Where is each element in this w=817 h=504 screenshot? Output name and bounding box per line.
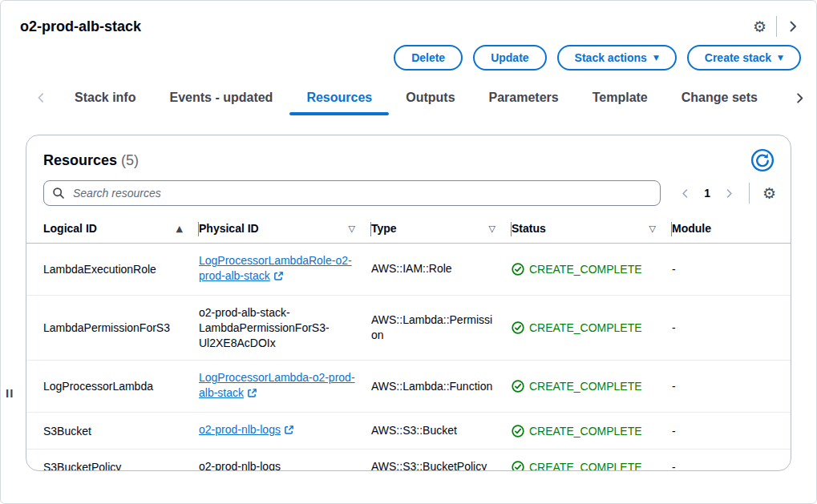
caret-down-icon: ▼ xyxy=(778,54,783,62)
table-row: LambdaPermissionForS3 o2-prod-alb-stack-… xyxy=(26,295,791,361)
tab-events[interactable]: Events - updated xyxy=(152,80,289,115)
stack-actions-dropdown-button[interactable]: Stack actions ▼ xyxy=(557,45,677,71)
column-label: Logical ID xyxy=(43,222,97,235)
tabs-scroll-right-chevron-icon[interactable] xyxy=(783,80,817,115)
table-row: S3Bucket o2-prod-nlb-logs AWS::S3::Bucke… xyxy=(26,413,791,450)
physical-id-cell: o2-prod-alb-stack-LambdaPermissionForS3-… xyxy=(199,295,371,361)
page-header: o2-prod-alb-stack ⚙ xyxy=(0,0,817,37)
status-text: CREATE_COMPLETE xyxy=(529,425,642,437)
divider xyxy=(776,16,777,37)
success-check-icon xyxy=(512,321,524,334)
physical-id-cell: LogProcessorLambda-o2-prod-alb-stack xyxy=(199,361,371,413)
tab-label: Change sets xyxy=(682,91,758,105)
status-cell: CREATE_COMPLETE xyxy=(512,413,672,450)
pagination: 1 xyxy=(680,187,734,200)
previous-page-chevron-icon[interactable] xyxy=(680,188,690,199)
tab-outputs[interactable]: Outputs xyxy=(389,80,471,115)
type-cell: AWS::Lambda::Function xyxy=(371,361,512,413)
tab-resources[interactable]: Resources xyxy=(289,80,389,115)
tab-parameters[interactable]: Parameters xyxy=(472,80,576,115)
search-input[interactable] xyxy=(43,180,661,206)
tab-label: Parameters xyxy=(489,91,559,105)
next-page-chevron-icon[interactable] xyxy=(724,188,734,199)
physical-id-cell: o2-prod-nlb-logs xyxy=(199,413,371,450)
stack-tabs: Stack info Events - updated Resources Ou… xyxy=(0,80,817,115)
create-stack-dropdown-button[interactable]: Create stack ▼ xyxy=(687,45,801,71)
logical-id-cell: S3BucketPolicy xyxy=(26,450,199,471)
physical-id-link[interactable]: LogProcessorLambda-o2-prod-alb-stack xyxy=(199,371,355,399)
module-cell: - xyxy=(672,413,791,450)
table-header-row: Logical ID▲ Physical ID▽ Type▽ Status▽ M… xyxy=(26,216,791,244)
success-check-icon xyxy=(512,380,524,393)
module-cell: - xyxy=(672,450,791,471)
type-cell: AWS::S3::BucketPolicy xyxy=(371,450,512,471)
current-page-number[interactable]: 1 xyxy=(704,187,710,200)
column-header-module[interactable]: Module xyxy=(672,216,791,244)
sort-descending-icon: ▽ xyxy=(649,224,656,233)
column-label: Status xyxy=(512,222,546,235)
refresh-button[interactable] xyxy=(749,147,776,174)
page-title: o2-prod-alb-stack xyxy=(20,18,141,35)
tab-template[interactable]: Template xyxy=(576,80,665,115)
tab-label: Resources xyxy=(306,91,372,105)
table-controls: 1 ⚙ xyxy=(26,177,791,216)
resources-panel-title: Resources xyxy=(43,152,117,168)
sort-descending-icon: ▽ xyxy=(489,224,495,233)
external-link-icon xyxy=(284,424,294,439)
external-link-icon xyxy=(247,387,257,402)
refresh-icon xyxy=(750,148,775,172)
success-check-icon xyxy=(512,263,524,276)
table-row: LogProcessorLambda LogProcessorLambda-o2… xyxy=(26,361,791,413)
tab-stack-info[interactable]: Stack info xyxy=(58,80,152,115)
external-link-icon xyxy=(273,270,284,285)
tab-label: Outputs xyxy=(406,91,455,105)
success-check-icon xyxy=(512,425,524,437)
open-panel-chevron-icon[interactable] xyxy=(787,20,799,33)
table-row: LambdaExecutionRole LogProcessorLambdaRo… xyxy=(26,244,791,296)
logical-id-cell: S3Bucket xyxy=(26,413,199,450)
sort-descending-icon: ▽ xyxy=(349,224,355,233)
column-header-logical-id[interactable]: Logical ID▲ xyxy=(26,216,199,244)
resources-count-badge: (5) xyxy=(121,152,139,168)
logical-id-cell: LambdaExecutionRole xyxy=(26,244,199,296)
status-cell: CREATE_COMPLETE xyxy=(512,244,672,296)
side-marker: II xyxy=(6,386,14,400)
physical-id-link[interactable]: o2-prod-nlb-logs xyxy=(199,423,281,436)
tab-change-sets[interactable]: Change sets xyxy=(665,80,775,115)
module-cell: - xyxy=(672,244,791,296)
sort-ascending-icon: ▲ xyxy=(176,224,183,233)
status-text: CREATE_COMPLETE xyxy=(529,321,642,334)
stack-actions-toolbar: Delete Update Stack actions ▼ Create sta… xyxy=(0,37,817,71)
stack-actions-label: Stack actions xyxy=(575,51,647,64)
module-cell: - xyxy=(672,295,791,361)
resources-table: Logical ID▲ Physical ID▽ Type▽ Status▽ M… xyxy=(26,216,791,471)
status-cell: CREATE_COMPLETE xyxy=(512,361,672,413)
tabs-scroll-left-chevron-icon[interactable] xyxy=(24,80,58,115)
column-header-physical-id[interactable]: Physical ID▽ xyxy=(199,216,371,244)
create-stack-label: Create stack xyxy=(705,51,771,64)
tab-label: Template xyxy=(593,91,648,105)
resources-panel: Resources(5) 1 ⚙ xyxy=(26,135,791,471)
tab-label: Stack info xyxy=(75,91,135,105)
update-button[interactable]: Update xyxy=(473,45,546,71)
column-label: Physical ID xyxy=(199,222,259,235)
search-box xyxy=(43,180,661,206)
resources-panel-header: Resources(5) xyxy=(26,135,791,177)
column-header-type[interactable]: Type▽ xyxy=(371,216,512,244)
settings-gear-icon[interactable]: ⚙ xyxy=(753,19,766,34)
status-text: CREATE_COMPLETE xyxy=(529,380,642,393)
delete-button-label: Delete xyxy=(411,51,445,64)
table-preferences-gear-icon[interactable]: ⚙ xyxy=(762,186,776,201)
table-row: S3BucketPolicy o2-prod-nlb-logs AWS::S3:… xyxy=(26,450,791,471)
column-header-status[interactable]: Status▽ xyxy=(512,216,672,244)
column-label: Type xyxy=(371,222,397,235)
type-cell: AWS::S3::Bucket xyxy=(371,413,512,450)
status-cell: CREATE_COMPLETE xyxy=(512,450,672,471)
logical-id-cell: LambdaPermissionForS3 xyxy=(26,295,199,361)
logical-id-cell: LogProcessorLambda xyxy=(26,361,199,413)
module-cell: - xyxy=(672,361,791,413)
physical-id-cell: o2-prod-nlb-logs xyxy=(199,450,371,471)
divider xyxy=(749,183,750,204)
delete-button[interactable]: Delete xyxy=(394,45,463,71)
tab-label: Events - updated xyxy=(169,91,273,105)
